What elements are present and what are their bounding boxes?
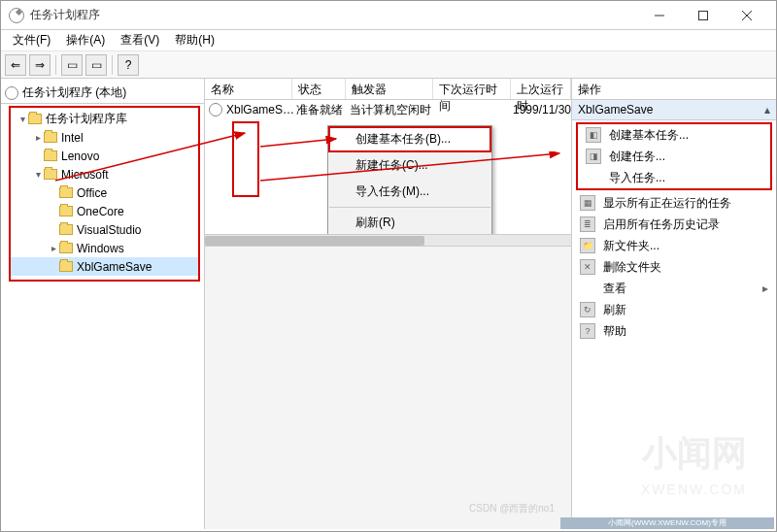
task-row[interactable]: XblGameSa... 准备就绪 当计算机空闲时 1999/11/30 (205, 100, 571, 119)
watermark-csdn: CSDN @西晋的no1 (349, 502, 560, 515)
folder-icon (44, 169, 57, 180)
tree-node-library[interactable]: ▾ 任务计划程序库 (11, 110, 198, 128)
ctx-create-basic-task[interactable]: 创建基本任务(B)... (328, 126, 491, 152)
chevron-down-icon[interactable]: ▾ (32, 169, 44, 180)
col-next[interactable]: 下次运行时间 (433, 79, 511, 99)
action-label: 帮助 (603, 323, 626, 340)
chevron-right-icon[interactable]: ▸ (48, 243, 59, 253)
action-import-task[interactable]: 导入任务... (578, 167, 770, 188)
workspace: 任务计划程序 (本地) ▾ 任务计划程序库 ▸ Intel Lenovo ▾ M… (1, 79, 776, 529)
toolbar-button-2[interactable]: ▭ (85, 54, 107, 76)
action-label: 导入任务... (609, 170, 665, 186)
detail-pane (205, 246, 571, 529)
tree-label: Windows (77, 242, 124, 255)
tree-node-microsoft[interactable]: ▾ Microsoft (11, 165, 198, 183)
chevron-right-icon[interactable]: ▸ (32, 132, 44, 143)
titlebar: 任务计划程序 (1, 1, 776, 30)
action-label: 删除文件夹 (603, 259, 661, 276)
menubar: 文件(F) 操作(A) 查看(V) 帮助(H) (1, 30, 776, 51)
help-icon: ? (580, 323, 595, 339)
col-trigger[interactable]: 触发器 (346, 79, 433, 99)
toolbar-back-button[interactable]: ⇐ (5, 54, 26, 76)
action-create-basic-task[interactable]: ◧ 创建基本任务... (578, 124, 770, 146)
action-label: 查看 (603, 281, 626, 297)
action-label: 创建基本任务... (609, 127, 689, 144)
cell-last: 1999/11/30 (513, 103, 571, 116)
menu-view[interactable]: 查看(V) (113, 30, 167, 50)
ctx-import-task[interactable]: 导入任务(M)... (328, 179, 491, 205)
folder-icon (59, 206, 73, 216)
collapse-icon[interactable]: ▴ (764, 103, 770, 116)
minimize-button[interactable] (637, 2, 681, 29)
task-icon (209, 103, 222, 116)
col-last[interactable]: 上次运行时 (511, 79, 571, 99)
task-list-pane: 名称 状态 触发器 下次运行时间 上次运行时 XblGameSa... 准备就绪… (205, 79, 572, 529)
tree-label: VisualStudio (77, 223, 142, 237)
action-view[interactable]: 查看 ▸ (572, 278, 776, 299)
menu-action[interactable]: 操作(A) (58, 30, 113, 50)
action-enable-history[interactable]: ≣ 启用所有任务历史记录 (572, 214, 776, 235)
history-icon: ≣ (580, 216, 595, 232)
maximize-button[interactable] (681, 2, 725, 29)
action-label: 显示所有正在运行的任务 (603, 195, 731, 212)
window-title: 任务计划程序 (30, 7, 637, 23)
folder-icon (59, 243, 73, 253)
tree-label: Office (77, 186, 107, 200)
action-help[interactable]: ? 帮助 (572, 320, 776, 342)
horizontal-scrollbar[interactable] (205, 234, 571, 246)
delete-icon: ✕ (580, 259, 595, 275)
toolbar-button-1[interactable]: ▭ (61, 54, 83, 76)
action-label: 启用所有任务历史记录 (603, 216, 720, 233)
action-delete-folder[interactable]: ✕ 删除文件夹 (572, 256, 776, 278)
annotation-actions-box: ◧ 创建基本任务... ◨ 创建任务... 导入任务... (576, 122, 772, 190)
annotation-red-box (232, 121, 259, 197)
close-button[interactable] (725, 2, 768, 29)
refresh-icon: ↻ (580, 302, 595, 317)
tree-node-intel[interactable]: ▸ Intel (11, 128, 198, 147)
cell-name: XblGameSa... (226, 103, 296, 116)
action-show-running[interactable]: ▦ 显示所有正在运行的任务 (572, 192, 776, 214)
action-label: 创建任务... (609, 149, 665, 165)
toolbar: ⇐ ⇒ ▭ ▭ ? (1, 51, 776, 79)
tree-root-label: 任务计划程序 (本地) (22, 84, 126, 101)
tree-label: XblGameSave (77, 260, 152, 274)
tree-node-onecore[interactable]: OneCore (11, 202, 198, 220)
folder-icon (59, 261, 73, 272)
cell-trigger: 当计算机空闲时 (350, 102, 437, 118)
toolbar-help-button[interactable]: ? (118, 54, 139, 76)
folder-icon (28, 114, 42, 124)
col-name[interactable]: 名称 (205, 79, 292, 99)
action-create-task[interactable]: ◨ 创建任务... (578, 146, 770, 167)
action-new-folder[interactable]: 📁 新文件夹... (572, 235, 776, 256)
menu-help[interactable]: 帮助(H) (167, 30, 222, 50)
app-icon (9, 8, 24, 23)
ctx-refresh[interactable]: 刷新(R) (328, 210, 491, 236)
tree-label: Lenovo (61, 150, 99, 163)
annotation-tree-box: ▾ 任务计划程序库 ▸ Intel Lenovo ▾ Microsoft Off… (9, 106, 200, 282)
toolbar-forward-button[interactable]: ⇒ (29, 54, 51, 76)
scroll-thumb[interactable] (205, 236, 424, 246)
folder-icon (59, 187, 73, 198)
chevron-down-icon[interactable]: ▾ (17, 114, 28, 124)
chevron-right-icon: ▸ (762, 282, 768, 295)
actions-subheader[interactable]: XblGameSave ▴ (572, 100, 776, 120)
folder-icon (44, 132, 57, 143)
tree-root[interactable]: 任务计划程序 (本地) (1, 83, 204, 104)
actions-pane: 操作 XblGameSave ▴ ◧ 创建基本任务... ◨ 创建任务... 导… (572, 79, 776, 529)
action-refresh[interactable]: ↻ 刷新 (572, 299, 776, 320)
tree-node-xblgamesave[interactable]: XblGameSave (11, 257, 198, 276)
col-status[interactable]: 状态 (292, 79, 346, 99)
tree-node-windows[interactable]: ▸ Windows (11, 239, 198, 257)
ctx-new-task[interactable]: 新建任务(C)... (328, 152, 491, 179)
tree-node-visualstudio[interactable]: VisualStudio (11, 220, 198, 239)
scheduler-icon (5, 86, 18, 100)
tree-label: 任务计划程序库 (46, 111, 127, 127)
tree-label: Intel (61, 131, 84, 145)
svg-rect-1 (698, 11, 707, 19)
running-icon: ▦ (580, 195, 595, 211)
tree-pane: 任务计划程序 (本地) ▾ 任务计划程序库 ▸ Intel Lenovo ▾ M… (1, 79, 205, 529)
tree-node-office[interactable]: Office (11, 183, 198, 202)
menu-file[interactable]: 文件(F) (5, 30, 58, 50)
tree-node-lenovo[interactable]: Lenovo (11, 147, 198, 165)
action-label: 新文件夹... (603, 238, 659, 254)
